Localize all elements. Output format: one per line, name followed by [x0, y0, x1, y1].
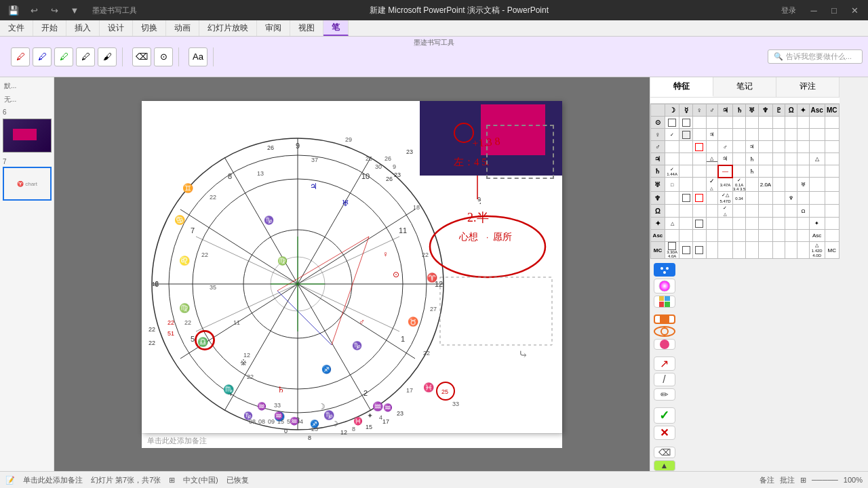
svg-text:26: 26: [366, 155, 372, 162]
tab-animation[interactable]: 动画: [166, 20, 199, 36]
pen-black-btn[interactable]: 🖊: [76, 47, 95, 66]
tab-review[interactable]: 审阅: [257, 20, 290, 36]
svg-text:22: 22: [247, 373, 254, 380]
check-btn[interactable]: ✓: [654, 407, 675, 424]
svg-text:♂: ♂: [359, 317, 365, 327]
pencil-btn[interactable]: ✏: [654, 388, 675, 401]
svg-text:22: 22: [201, 251, 208, 258]
svg-text:+1.3 8: +1.3 8: [472, 135, 500, 149]
svg-text:12: 12: [243, 352, 250, 359]
arrow-btn[interactable]: ↗: [654, 357, 675, 371]
title-bar: 💾 ↩ ↪ ▼ 墨迹书写工具 新建 Microsoft PowerPoint 演…: [0, 0, 868, 20]
tab-features[interactable]: 特征: [650, 77, 713, 97]
zoom-level: 100%: [844, 476, 863, 484]
svg-point-131: [663, 271, 666, 274]
zoom-slider[interactable]: ─────: [812, 476, 838, 484]
svg-text:51: 51: [167, 330, 174, 337]
x-btn[interactable]: ✕: [654, 426, 675, 440]
svg-text:♑: ♑: [264, 215, 274, 225]
language: 中文(中国): [183, 475, 218, 485]
undo-icon[interactable]: ↩: [26, 2, 42, 18]
slide-thumb-6[interactable]: [3, 119, 52, 152]
close-btn[interactable]: ✕: [846, 2, 863, 18]
svg-text:※: ※: [240, 358, 247, 367]
convert-btn[interactable]: Aa: [189, 47, 208, 66]
svg-text:8: 8: [308, 434, 311, 441]
tab-view[interactable]: 视图: [290, 20, 323, 36]
maximize-btn[interactable]: □: [826, 2, 842, 18]
search-icon: 🔍: [774, 52, 783, 61]
redo-icon[interactable]: ↪: [46, 2, 62, 18]
colors-btn[interactable]: [654, 296, 675, 308]
pen-blue-btn[interactable]: 🖊: [33, 47, 52, 66]
line-btn[interactable]: /: [654, 373, 675, 386]
pen-green-btn[interactable]: 🖊: [54, 47, 73, 66]
slide-thumb-7[interactable]: ♈ chart: [3, 167, 52, 201]
tab-design[interactable]: 设计: [100, 20, 133, 36]
feature-content: 特征 ⊙ 被 ♄ 接纳（本垣+三分） ⊙ 被 ♀ 接纳（三分+昇） 》被 ♀ 接…: [650, 98, 840, 103]
svg-text:26: 26: [267, 144, 274, 151]
color-picker-btn[interactable]: [654, 279, 675, 293]
pink-circle-btn[interactable]: [654, 339, 675, 350]
svg-text:♍: ♍: [277, 256, 288, 266]
features-panel: 特征 笔记 评注 特征 ⊙ 被 ♄ 接纳（本垣+三分） ⊙ 被 ♀ 接纳（三分+…: [650, 77, 840, 259]
svg-text:♑: ♑: [352, 340, 362, 350]
svg-text:17: 17: [406, 387, 413, 394]
tab-slideshow[interactable]: 幻灯片放映: [199, 20, 257, 36]
ink-search-box[interactable]: 🔍 告诉我您要做什么...: [768, 49, 863, 64]
svg-text:♓: ♓: [353, 416, 363, 426]
more-icon[interactable]: ▼: [66, 2, 83, 18]
grid-row-mc: MC 3.30A 4.0A △1.42D 4.0D MC: [651, 242, 840, 259]
grid-row-node: Ω ✓△ Ω: [651, 205, 840, 218]
svg-text:⤷: ⤷: [518, 348, 528, 361]
comments-btn[interactable]: 批注: [780, 475, 795, 485]
tab-comments[interactable]: 评注: [776, 77, 840, 97]
view-btn[interactable]: ⊞: [800, 476, 806, 485]
svg-text:8: 8: [228, 172, 232, 180]
svg-text:左：4 5.: 左：4 5.: [454, 157, 490, 167]
slide-info: 幻灯片 第7张，共7张: [91, 475, 161, 485]
svg-text:9: 9: [296, 142, 300, 150]
svg-text:30: 30: [375, 163, 382, 170]
svg-text:26: 26: [384, 155, 391, 162]
pen-red-btn[interactable]: 🖊: [11, 47, 30, 66]
svg-text:✦: ✦: [367, 411, 373, 420]
tab-file[interactable]: 文件: [0, 20, 33, 36]
svg-text:♏: ♏: [223, 384, 235, 395]
svg-text:22: 22: [167, 319, 174, 326]
svg-text:♎: ♎: [197, 336, 209, 348]
ink-write-group: 🖊 🖊 🖊 🖊 🖌: [5, 47, 123, 66]
tab-ribbon: 文件 开始 插入 设计 切换 动画 幻灯片放映 审阅 视图 笔: [0, 20, 868, 37]
grid-row-sun: ⊙: [651, 117, 840, 129]
svg-text:08: 08: [258, 418, 265, 425]
orange-rect-btn[interactable]: [654, 314, 675, 324]
lasso-btn[interactable]: ⊙: [154, 47, 173, 66]
minimize-btn[interactable]: ─: [806, 2, 822, 18]
svg-text:11: 11: [233, 319, 240, 326]
svg-line-78: [332, 237, 369, 345]
palette-btn[interactable]: [654, 263, 675, 277]
svg-text:12: 12: [152, 281, 159, 287]
svg-text:7: 7: [191, 226, 195, 235]
tab-pen[interactable]: 笔: [323, 20, 349, 36]
panel-item-default: 默...: [3, 80, 51, 92]
grid-row-saturn: ♄ ✓1.44A — ♄: [651, 165, 840, 178]
svg-text:10: 10: [361, 172, 370, 180]
tab-transition[interactable]: 切换: [133, 20, 166, 36]
signin-btn[interactable]: 登录: [781, 5, 796, 16]
eraser-btn[interactable]: ⌫: [132, 47, 151, 66]
highlighter-tool-btn[interactable]: ▲: [654, 460, 675, 471]
orange-circle-btn[interactable]: [654, 326, 675, 337]
tab-home[interactable]: 开始: [33, 20, 66, 36]
svg-text:·: ·: [486, 232, 488, 242]
astro-grid-panel: ☽ ☿ ♀ ♂ ♃ ♄ ♅ ♆ ♇ Ω ✦ Asc MC: [650, 103, 840, 259]
grid-row-neptune: ♆ ✓△5.47D 0.34 ♆: [651, 192, 840, 205]
eraser-tool-btn[interactable]: ⌫: [654, 447, 675, 458]
tab-notes[interactable]: 笔记: [713, 77, 776, 97]
svg-text:♍: ♍: [179, 302, 191, 314]
svg-text:23: 23: [394, 171, 401, 178]
highlighter-btn[interactable]: 🖌: [98, 47, 117, 66]
notes-btn[interactable]: 备注: [760, 475, 774, 485]
tab-insert[interactable]: 插入: [66, 20, 100, 36]
save-icon[interactable]: 💾: [5, 2, 22, 18]
